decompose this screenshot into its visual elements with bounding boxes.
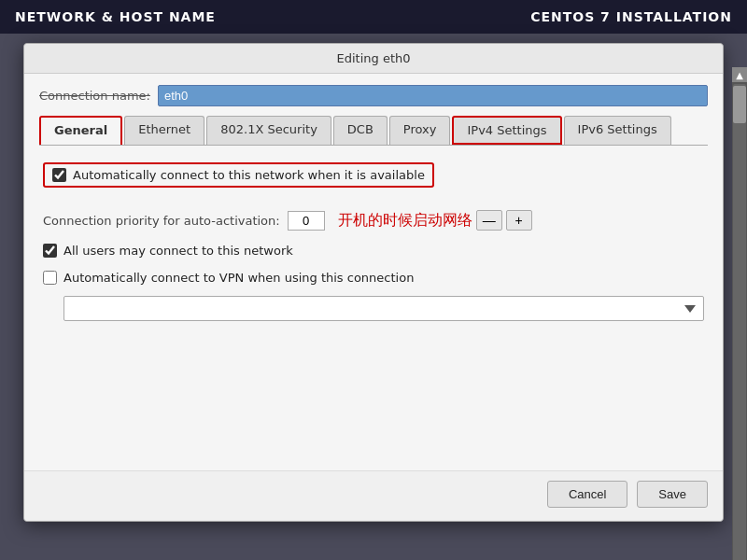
tab-general[interactable]: General — [39, 116, 122, 145]
vpn-section: Automatically connect to VPN when using … — [43, 271, 704, 285]
scroll-thumb[interactable] — [733, 86, 746, 123]
tab-ipv6-settings[interactable]: IPv6 Settings — [564, 116, 671, 145]
top-bar-left: NETWORK & HOST NAME — [15, 9, 216, 24]
tab-ipv4-settings[interactable]: IPv4 Settings — [452, 116, 561, 145]
priority-input[interactable] — [288, 211, 325, 231]
connection-name-input[interactable] — [158, 85, 708, 106]
auto-connect-row[interactable]: Automatically connect to this network wh… — [43, 162, 434, 188]
tab-ethernet[interactable]: Ethernet — [124, 116, 204, 145]
all-users-row[interactable]: All users may connect to this network — [43, 244, 704, 258]
stepper-controls: — + — [476, 210, 532, 231]
priority-label: Connection priority for auto-activation: — [43, 214, 280, 228]
background-area: Editing eth0 Connection name: General Et… — [0, 34, 747, 560]
scrollbar[interactable]: ▲ ▼ — [732, 67, 747, 560]
vpn-checkbox[interactable] — [43, 271, 57, 285]
all-users-label: All users may connect to this network — [63, 244, 293, 258]
dialog-title: Editing eth0 — [336, 51, 410, 65]
tab-content-general: Automatically connect to this network wh… — [39, 157, 708, 455]
top-bar: NETWORK & HOST NAME CENTOS 7 INSTALLATIO… — [0, 0, 747, 34]
tab-proxy[interactable]: Proxy — [389, 116, 451, 145]
dialog-titlebar: Editing eth0 — [24, 44, 723, 74]
save-button[interactable]: Save — [637, 481, 708, 508]
top-bar-right: CENTOS 7 INSTALLATION — [530, 9, 732, 24]
tabs-bar: General Ethernet 802.1X Security DCB Pro… — [39, 116, 708, 146]
vpn-dropdown-row — [63, 296, 704, 321]
priority-increase-button[interactable]: + — [506, 210, 532, 231]
vpn-select[interactable] — [63, 296, 704, 321]
scroll-up-button[interactable]: ▲ — [732, 67, 747, 82]
tab-8021x-security[interactable]: 802.1X Security — [206, 116, 331, 145]
vpn-label: Automatically connect to VPN when using … — [63, 271, 414, 285]
connection-name-row: Connection name: — [39, 85, 708, 106]
tab-dcb[interactable]: DCB — [333, 116, 388, 145]
auto-connect-section: Automatically connect to this network wh… — [43, 162, 704, 199]
auto-connect-label: Automatically connect to this network wh… — [73, 168, 425, 182]
all-users-section: All users may connect to this network — [43, 244, 704, 258]
dialog-footer: Cancel Save — [24, 470, 723, 521]
all-users-checkbox[interactable] — [43, 244, 57, 258]
dialog-body: Connection name: General Ethernet 802.1X… — [24, 74, 723, 470]
edit-connection-dialog: Editing eth0 Connection name: General Et… — [23, 43, 724, 522]
priority-row: Connection priority for auto-activation:… — [43, 210, 704, 231]
vpn-row[interactable]: Automatically connect to VPN when using … — [43, 271, 704, 285]
cancel-button[interactable]: Cancel — [547, 481, 627, 508]
annotation-text: 开机的时候启动网络 — [338, 211, 472, 231]
scroll-track — [733, 84, 746, 560]
auto-connect-checkbox[interactable] — [52, 168, 66, 182]
connection-name-label: Connection name: — [39, 89, 150, 103]
empty-space — [43, 321, 704, 433]
priority-decrease-button[interactable]: — — [476, 210, 502, 231]
